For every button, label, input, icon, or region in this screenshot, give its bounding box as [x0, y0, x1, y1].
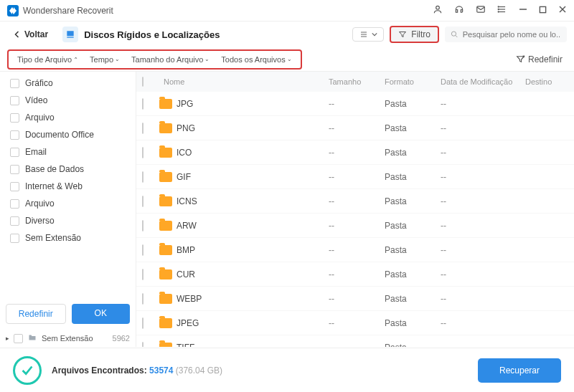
category-item[interactable]: Base de Dados	[6, 161, 130, 178]
maximize-icon[interactable]	[539, 6, 547, 16]
app-logo-icon	[7, 5, 19, 16]
folder-icon	[159, 172, 172, 182]
tree-item[interactable]: ▸ Sem Extensão 5962	[0, 330, 136, 347]
table-row[interactable]: ICO -- Pasta --	[136, 140, 574, 165]
category-item[interactable]: Sem Extensão	[6, 229, 130, 247]
recover-button[interactable]: Recuperar	[478, 358, 561, 383]
checkbox[interactable]	[142, 123, 144, 134]
checkbox[interactable]	[142, 196, 144, 207]
checkbox[interactable]	[142, 293, 144, 305]
row-format: Pasta	[385, 269, 435, 279]
filter-chip[interactable]: Tipo de Arquivo⌄	[13, 54, 83, 65]
table-row[interactable]: CUR -- Pasta --	[136, 262, 574, 287]
row-name: PNG	[177, 123, 195, 133]
category-label: Vídeo	[25, 95, 47, 105]
row-format: Pasta	[385, 196, 435, 206]
search-box[interactable]	[445, 27, 567, 42]
folder-icon	[159, 196, 172, 206]
row-date: --	[441, 99, 519, 109]
row-date: --	[441, 221, 519, 231]
folder-icon	[159, 123, 172, 133]
checkbox[interactable]	[142, 147, 144, 158]
reset-filter-button[interactable]: Redefinir	[512, 52, 567, 67]
svg-point-7	[498, 11, 499, 12]
checkbox[interactable]	[10, 165, 19, 174]
row-size: --	[329, 318, 379, 328]
caret-icon[interactable]: ▸	[6, 335, 9, 342]
checkbox[interactable]	[10, 216, 19, 226]
checkbox[interactable]	[142, 269, 144, 280]
row-size: --	[329, 148, 379, 158]
chevron-down-icon: ⌄	[115, 56, 120, 62]
table-row[interactable]: JPG -- Pasta --	[136, 92, 574, 116]
filter-chip-label: Tempo	[90, 55, 113, 64]
svg-rect-9	[540, 6, 545, 12]
folder-icon	[159, 269, 172, 279]
header-dest[interactable]: Destino	[525, 77, 568, 86]
filter-icon	[398, 30, 407, 39]
header-name[interactable]: Nome	[159, 77, 323, 86]
found-count: 53574	[149, 365, 173, 376]
checkbox[interactable]	[142, 171, 144, 183]
menu-icon[interactable]	[497, 4, 507, 16]
row-name: JPG	[177, 99, 193, 109]
folder-icon	[159, 99, 172, 109]
table-row[interactable]: GIF -- Pasta --	[136, 165, 574, 189]
row-name: ICO	[177, 148, 192, 158]
chevron-down-icon: ⌄	[287, 56, 292, 62]
table-row[interactable]: WEBP -- Pasta --	[136, 287, 574, 311]
minimize-icon[interactable]	[519, 5, 527, 16]
table-row[interactable]: ARW -- Pasta --	[136, 214, 574, 238]
header-size[interactable]: Tamanho	[329, 77, 379, 86]
checkbox[interactable]	[10, 79, 19, 88]
category-item[interactable]: Gráfico	[6, 75, 130, 92]
filter-chip[interactable]: Todos os Arquivos⌄	[217, 54, 296, 65]
checkbox[interactable]	[10, 113, 19, 123]
close-icon[interactable]	[558, 5, 567, 16]
checkbox[interactable]	[10, 182, 19, 191]
table-row[interactable]: TIFF -- Pasta --	[136, 335, 574, 347]
headset-icon[interactable]	[454, 4, 464, 16]
category-item[interactable]: Arquivo	[6, 195, 130, 212]
table-row[interactable]: PNG -- Pasta --	[136, 116, 574, 140]
category-item[interactable]: Diverso	[6, 212, 130, 229]
checkbox[interactable]	[142, 98, 144, 110]
back-button[interactable]: Voltar	[7, 27, 54, 42]
category-item[interactable]: Arquivo	[6, 109, 130, 126]
svg-point-15	[451, 32, 456, 36]
checkbox[interactable]	[142, 244, 144, 256]
table-row[interactable]: BMP -- Pasta --	[136, 238, 574, 262]
row-date: --	[441, 294, 519, 304]
checkbox[interactable]	[10, 96, 19, 105]
filter-button[interactable]: Filtro	[390, 26, 439, 43]
table-row[interactable]: JPEG -- Pasta --	[136, 311, 574, 335]
checkbox[interactable]	[10, 199, 19, 209]
filter-bar: Tipo de Arquivo⌄Tempo⌄Tamanho do Arquivo…	[0, 47, 574, 72]
category-item[interactable]: Documento Office	[6, 126, 130, 143]
category-item[interactable]: Vídeo	[6, 92, 130, 109]
select-all-checkbox[interactable]	[142, 77, 144, 87]
main: GráficoVídeoArquivoDocumento OfficeEmail…	[0, 72, 574, 347]
checkbox[interactable]	[14, 334, 23, 343]
filter-chip[interactable]: Tempo⌄	[85, 54, 124, 65]
folder-icon	[159, 343, 172, 348]
checkbox[interactable]	[142, 342, 144, 348]
header-format[interactable]: Formato	[385, 77, 435, 86]
account-icon[interactable]	[433, 4, 443, 16]
checkbox[interactable]	[10, 234, 19, 243]
view-mode-toggle[interactable]	[352, 27, 384, 42]
category-item[interactable]: Internet & Web	[6, 178, 130, 195]
checkbox[interactable]	[142, 220, 144, 231]
table-row[interactable]: ICNS -- Pasta --	[136, 189, 574, 214]
filter-chip[interactable]: Tamanho do Arquivo⌄	[127, 54, 214, 65]
checkbox[interactable]	[10, 130, 19, 140]
category-item[interactable]: Email	[6, 143, 130, 161]
search-input[interactable]	[463, 30, 561, 39]
mail-icon[interactable]	[476, 4, 486, 16]
checkbox[interactable]	[10, 148, 19, 157]
header-date[interactable]: Data de Modificação	[441, 77, 519, 86]
checkbox[interactable]	[142, 317, 144, 329]
sidebar-reset-button[interactable]: Redefinir	[6, 304, 66, 324]
reset-filter-label: Redefinir	[528, 54, 563, 64]
sidebar-ok-button[interactable]: OK	[72, 304, 131, 324]
